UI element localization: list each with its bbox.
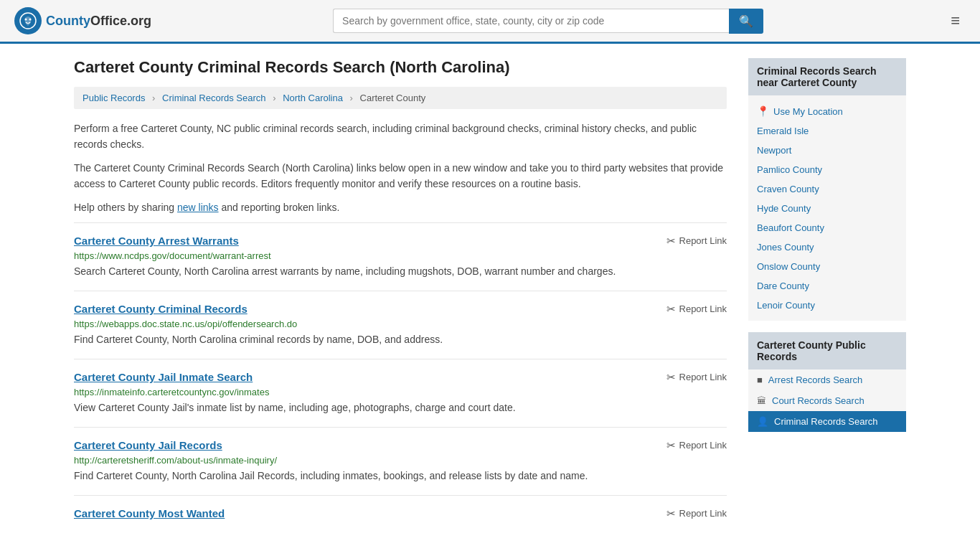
report-link-4[interactable]: ✂ Report Link [666,507,727,520]
svg-point-1 [25,19,27,21]
search-icon: 🔍 [739,15,753,27]
nearby-link-0[interactable]: Emerald Isle [757,126,809,136]
nearby-link-9[interactable]: Lenoir County [757,300,815,311]
pubrecord-icon-2: 👤 [757,416,768,427]
sidebar-public-records-title: Carteret County Public Records [748,332,906,369]
nearby-link-8[interactable]: Dare County [757,281,809,291]
logo-area: CountyOffice.org [14,7,151,34]
report-icon-1: ✂ [666,303,676,316]
sidebar-nearby-5[interactable]: Beaufort County [748,218,906,237]
sidebar-public-records-section: Carteret County Public Records ■ Arrest … [748,332,906,432]
result-item: Carteret County Most Wanted ✂ Report Lin… [74,495,727,532]
report-icon-4: ✂ [666,507,676,520]
report-link-2[interactable]: ✂ Report Link [666,371,727,384]
result-item: Carteret County Arrest Warrants ✂ Report… [74,222,727,291]
report-link-3[interactable]: ✂ Report Link [666,439,727,452]
result-url-2[interactable]: https://inmateinfo.carteretcountync.gov/… [74,387,727,397]
sidebar: Criminal Records Search near Carteret Co… [748,58,906,532]
content-area: Carteret County Criminal Records Search … [74,58,727,532]
sidebar-nearby-1[interactable]: Newport [748,141,906,160]
logo-icon [14,7,42,34]
breadcrumb-sep-2: › [273,93,275,103]
nearby-link-1[interactable]: Newport [757,145,791,156]
new-links-link[interactable]: new links [177,202,219,213]
breadcrumb-sep-3: › [350,93,353,103]
pubrecord-icon-0: ■ [757,375,763,385]
search-area: 🔍 [333,9,763,34]
result-title-1[interactable]: Carteret County Criminal Records [74,303,248,315]
breadcrumb-sep-1: › [152,93,155,103]
menu-icon: ≡ [951,11,960,29]
result-url-0[interactable]: https://www.ncdps.gov/document/warrant-a… [74,250,727,261]
result-title-4[interactable]: Carteret County Most Wanted [74,507,225,519]
pubrecord-link-0[interactable]: Arrest Records Search [768,375,863,385]
pubrecord-link-2[interactable]: Criminal Records Search [774,416,878,427]
breadcrumb-public-records[interactable]: Public Records [83,93,145,103]
result-title-3[interactable]: Carteret County Jail Records [74,439,222,451]
results-container: Carteret County Arrest Warrants ✂ Report… [74,222,727,532]
description-1: Perform a free Carteret County, NC publi… [74,121,727,153]
result-item: Carteret County Criminal Records ✂ Repor… [74,291,727,359]
result-header: Carteret County Jail Records ✂ Report Li… [74,439,727,452]
result-url-3[interactable]: http://carteretsheriff.com/about-us/inma… [74,455,727,466]
svg-point-2 [29,19,32,21]
site-header: CountyOffice.org 🔍 ≡ [0,0,980,44]
sidebar-criminal-title: Criminal Records Search near Carteret Co… [748,58,906,95]
result-url-1[interactable]: https://webapps.doc.state.nc.us/opi/offe… [74,319,727,329]
sidebar-nearby-4[interactable]: Hyde County [748,199,906,218]
sidebar-nearby-3[interactable]: Craven County [748,179,906,199]
report-link-0[interactable]: ✂ Report Link [666,235,727,248]
search-button[interactable]: 🔍 [729,9,763,34]
result-header: Carteret County Most Wanted ✂ Report Lin… [74,507,727,520]
use-location-link[interactable]: Use My Location [773,106,843,117]
pubrecords-container: ■ Arrest Records Search 🏛 Court Records … [748,369,906,432]
use-location[interactable]: 📍 Use My Location [748,101,906,121]
search-input[interactable] [333,9,729,33]
breadcrumb-north-carolina[interactable]: North Carolina [283,93,343,103]
result-header: Carteret County Arrest Warrants ✂ Report… [74,235,727,248]
result-desc-3: Find Carteret County, North Carolina Jai… [74,468,727,484]
pubrecord-link-1[interactable]: Court Records Search [772,395,864,406]
pubrecord-item-2[interactable]: 👤 Criminal Records Search [748,411,906,432]
nearby-link-3[interactable]: Craven County [757,184,819,194]
sidebar-nearby-2[interactable]: Pamlico County [748,160,906,179]
breadcrumb-carteret-county: Carteret County [360,93,426,103]
result-title-0[interactable]: Carteret County Arrest Warrants [74,235,239,247]
sidebar-nearby-7[interactable]: Onslow County [748,257,906,276]
page-title: Carteret County Criminal Records Search … [74,58,727,77]
menu-button[interactable]: ≡ [945,9,966,33]
sidebar-nearby-0[interactable]: Emerald Isle [748,121,906,141]
breadcrumb-criminal-records-search[interactable]: Criminal Records Search [162,93,266,103]
result-desc-0: Search Carteret County, North Carolina a… [74,264,727,279]
logo-text: CountyOffice.org [46,14,151,29]
pubrecord-item-1[interactable]: 🏛 Court Records Search [748,390,906,411]
result-item: Carteret County Jail Records ✂ Report Li… [74,427,727,495]
nearby-link-5[interactable]: Beaufort County [757,222,824,233]
result-header: Carteret County Criminal Records ✂ Repor… [74,303,727,316]
result-item: Carteret County Jail Inmate Search ✂ Rep… [74,359,727,427]
sidebar-nearby-9[interactable]: Lenoir County [748,296,906,315]
location-icon: 📍 [757,105,769,117]
report-icon-3: ✂ [666,439,676,452]
breadcrumb: Public Records › Criminal Records Search… [74,87,727,109]
report-icon-0: ✂ [666,235,676,248]
nearby-link-4[interactable]: Hyde County [757,203,811,214]
nearby-container: Emerald IsleNewportPamlico CountyCraven … [748,121,906,315]
sidebar-criminal-section: Criminal Records Search near Carteret Co… [748,58,906,321]
pubrecord-icon-1: 🏛 [757,395,766,406]
main-container: Carteret County Criminal Records Search … [60,44,920,546]
sidebar-criminal-body: 📍 Use My Location Emerald IsleNewportPam… [748,95,906,321]
description-2: The Carteret County Criminal Records Sea… [74,160,727,192]
report-link-1[interactable]: ✂ Report Link [666,303,727,316]
nearby-link-6[interactable]: Jones County [757,242,814,253]
pubrecord-item-0[interactable]: ■ Arrest Records Search [748,369,906,390]
result-desc-1: Find Carteret County, North Carolina cri… [74,332,727,347]
description-3: Help others by sharing new links and rep… [74,199,727,215]
nearby-link-2[interactable]: Pamlico County [757,164,822,175]
sidebar-nearby-8[interactable]: Dare County [748,276,906,296]
report-icon-2: ✂ [666,371,676,384]
result-title-2[interactable]: Carteret County Jail Inmate Search [74,371,253,383]
sidebar-nearby-6[interactable]: Jones County [748,237,906,257]
nearby-link-7[interactable]: Onslow County [757,261,820,272]
result-header: Carteret County Jail Inmate Search ✂ Rep… [74,371,727,384]
